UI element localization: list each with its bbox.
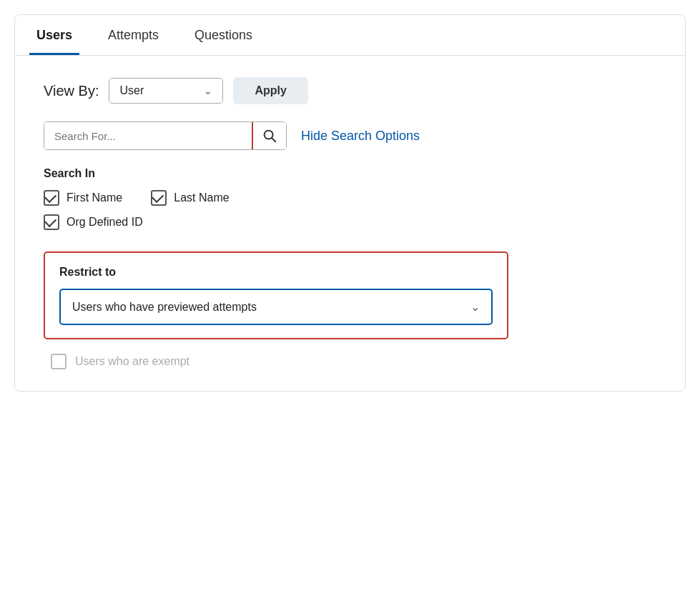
search-in-row-1: First Name Last Name [44,190,656,206]
restrict-to-label: Restrict to [59,266,493,279]
chevron-down-icon: ⌄ [470,300,480,314]
checkbox-org-id-box[interactable] [44,214,59,230]
view-by-dropdown[interactable]: User ⌄ [109,78,223,104]
checkbox-org-id-label: Org Defined ID [66,216,143,229]
main-container: Users Attempts Questions View By: User ⌄… [14,14,686,392]
tab-attempts[interactable]: Attempts [101,15,166,55]
view-by-row: View By: User ⌄ Apply [44,77,656,104]
search-in-label: Search In [44,167,656,180]
tab-users[interactable]: Users [29,15,79,55]
checkbox-last-name-label: Last Name [174,191,229,204]
search-button[interactable] [252,122,286,149]
view-by-label: View By: [44,83,99,99]
checkbox-last-name[interactable]: Last Name [151,190,229,206]
apply-button[interactable]: Apply [233,77,307,104]
restrict-to-section: Restrict to Users who have previewed att… [44,251,508,339]
search-input[interactable] [44,123,252,149]
search-icon [262,128,277,144]
search-in-row-2: Org Defined ID [44,214,656,230]
checkbox-first-name-box[interactable] [44,190,59,206]
view-by-selected-value: User [119,84,144,97]
checkbox-first-name[interactable]: First Name [44,190,122,206]
tabs-bar: Users Attempts Questions [15,15,685,56]
exempt-row: Users who are exempt [44,354,656,369]
svg-line-1 [272,138,275,141]
exempt-label: Users who are exempt [75,355,189,368]
search-row: Hide Search Options [44,121,656,150]
main-content: View By: User ⌄ Apply Hide Search Option… [15,56,685,391]
checkbox-first-name-label: First Name [66,191,122,204]
restrict-to-selected-value: Users who have previewed attempts [72,301,257,314]
restrict-to-dropdown[interactable]: Users who have previewed attempts ⌄ [59,289,493,325]
exempt-checkbox[interactable] [51,354,66,369]
chevron-down-icon: ⌄ [204,85,212,96]
hide-search-options-link[interactable]: Hide Search Options [301,129,420,144]
checkbox-last-name-box[interactable] [151,190,167,206]
search-in-section: Search In First Name Last Name Org Defin… [44,167,656,230]
checkbox-org-id[interactable]: Org Defined ID [44,214,143,230]
search-input-wrapper [44,121,287,150]
tab-questions[interactable]: Questions [187,15,260,55]
